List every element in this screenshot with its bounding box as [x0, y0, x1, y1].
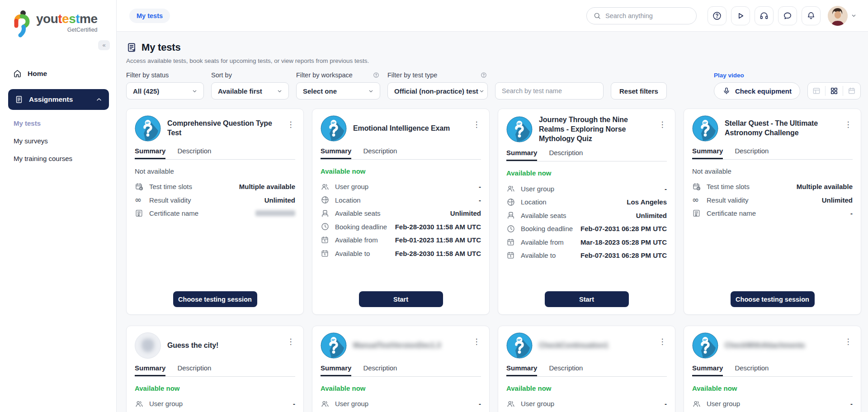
search-icon [593, 12, 601, 20]
tab-summary[interactable]: Summary [506, 364, 537, 376]
row-label: Result validity [149, 196, 191, 204]
availability-status: Available now [692, 384, 853, 392]
help-circle-icon[interactable] [481, 72, 487, 78]
play-video-link[interactable]: Play video [714, 72, 744, 79]
user-group-icon [135, 399, 145, 408]
kebab-menu-icon[interactable]: ⋮ [844, 337, 853, 346]
sidebar-item-label: Assignments [29, 95, 73, 104]
filter-status-label: Filter by status [126, 71, 204, 79]
calendar-icon [506, 251, 516, 260]
help-button[interactable] [708, 6, 726, 25]
card-info-row: Test time slotsMultiple available [135, 180, 295, 194]
filter-type-select[interactable]: Official (non-practice) test [387, 82, 488, 99]
notifications-button[interactable] [802, 6, 821, 25]
availability-status: Not available [692, 167, 853, 175]
sidebar-collapse-button[interactable]: « [98, 40, 110, 50]
tab-summary[interactable]: Summary [692, 364, 723, 376]
kebab-menu-icon[interactable]: ⋮ [658, 120, 667, 129]
tab-summary[interactable]: Summary [135, 364, 165, 376]
chat-icon [783, 11, 793, 21]
card-tabs: Summary Description [506, 364, 667, 377]
row-value: - [850, 400, 853, 407]
tutorial-video-button[interactable] [731, 6, 750, 25]
user-group-icon [506, 399, 516, 408]
tab-summary[interactable]: Summary [135, 147, 165, 159]
sort-by-select[interactable]: Available first [211, 82, 289, 99]
kebab-menu-icon[interactable]: ⋮ [658, 337, 667, 346]
calendar-view-button[interactable] [843, 82, 860, 99]
row-label: User group [335, 400, 368, 407]
filter-type-label: Filter by test type [387, 71, 437, 79]
tab-summary[interactable]: Summary [321, 364, 351, 376]
tab-summary[interactable]: Summary [321, 147, 351, 159]
global-search[interactable] [586, 7, 697, 24]
filter-status-select[interactable]: All (425) [126, 82, 204, 99]
row-label: User group [521, 400, 554, 407]
sidebar-subitem-my-surveys[interactable]: My surveys [8, 132, 109, 150]
card-action-button[interactable]: Choose testing session [731, 291, 815, 307]
filter-workspace-select[interactable]: Select one [296, 82, 380, 99]
tab-description[interactable]: Description [177, 147, 211, 159]
search-input[interactable] [605, 12, 690, 19]
sidebar-item-assignments[interactable]: Assignments [8, 89, 109, 110]
tab-summary[interactable]: Summary [506, 149, 537, 161]
tab-description[interactable]: Description [735, 364, 769, 376]
table-view-button[interactable] [808, 82, 825, 99]
home-icon [13, 69, 22, 78]
filter-type-value: Official (non-practice) test [394, 87, 478, 95]
card-rows: Test time slotsMultiple available∞Result… [135, 180, 295, 220]
card-info-row: Available toFeb-28-2030 11:58 AM UTC [321, 247, 481, 260]
kebab-menu-icon[interactable]: ⋮ [472, 120, 481, 129]
row-label: Result validity [707, 196, 749, 204]
user-menu[interactable] [828, 6, 857, 26]
sidebar-item-home[interactable]: Home [8, 64, 109, 83]
card-info-row: Test time slotsMultiple available [692, 180, 853, 194]
check-equipment-button[interactable]: Check equipment [714, 82, 800, 99]
breadcrumb[interactable]: My tests [129, 9, 170, 23]
user-group-icon [321, 399, 330, 408]
availability-status: Not available [135, 167, 295, 175]
card-rows: User group- [135, 397, 295, 411]
test-title: CheckWithAttachments [725, 341, 840, 350]
tab-summary[interactable]: Summary [692, 147, 723, 159]
row-value: - [665, 400, 667, 407]
sidebar-subitem-my-training-courses[interactable]: My training courses [8, 150, 109, 167]
support-button[interactable] [755, 6, 774, 25]
microphone-icon [722, 87, 731, 95]
tab-description[interactable]: Description [549, 364, 583, 376]
avatar[interactable] [828, 6, 848, 26]
row-label: Certificate name [707, 209, 756, 217]
kebab-menu-icon[interactable]: ⋮ [286, 120, 295, 129]
kebab-menu-icon[interactable]: ⋮ [472, 337, 481, 346]
tab-description[interactable]: Description [177, 364, 211, 376]
brand-letter: me [80, 12, 97, 26]
test-card: CheckWithAttachments ⋮ Summary Descripti… [684, 326, 861, 412]
card-tabs: Summary Description [506, 149, 667, 161]
user-group-icon [506, 184, 516, 193]
row-value: Unlimited [822, 196, 853, 204]
calendar-icon [321, 236, 330, 244]
row-value: - [479, 400, 481, 407]
tab-description[interactable]: Description [549, 149, 583, 161]
tab-description[interactable]: Description [735, 147, 769, 159]
row-label: User group [707, 400, 740, 407]
test-name-search-input[interactable] [495, 82, 604, 99]
row-value: Unlimited [264, 196, 295, 204]
help-circle-icon[interactable] [373, 72, 379, 78]
test-title: Guess the city! [167, 341, 283, 350]
tab-description[interactable]: Description [363, 364, 397, 376]
test-card: Journey Through the Nine Realms - Explor… [498, 109, 675, 315]
topbar: My tests [117, 0, 868, 32]
reset-filters-button[interactable]: Reset filters [611, 82, 667, 99]
card-action-button[interactable]: Choose testing session [173, 291, 257, 307]
kebab-menu-icon[interactable]: ⋮ [844, 120, 853, 129]
brand-mark-icon [12, 10, 33, 38]
chevron-down-icon [850, 12, 857, 19]
kebab-menu-icon[interactable]: ⋮ [286, 337, 295, 346]
grid-view-button[interactable] [826, 82, 843, 99]
card-action-button[interactable]: Start [545, 291, 629, 307]
card-action-button[interactable]: Start [359, 291, 443, 307]
tab-description[interactable]: Description [363, 147, 397, 159]
sidebar-subitem-my-tests[interactable]: My tests [8, 114, 109, 132]
messages-button[interactable] [778, 6, 797, 25]
